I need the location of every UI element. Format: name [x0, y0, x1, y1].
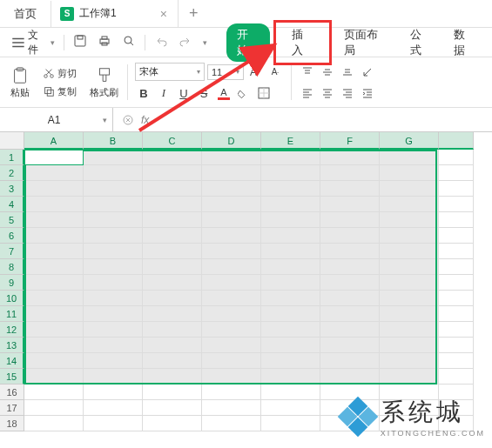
cell[interactable] [202, 416, 261, 431]
select-all-corner[interactable] [0, 132, 24, 150]
cell[interactable] [202, 338, 261, 353]
cell[interactable] [84, 400, 143, 416]
cell[interactable] [24, 306, 84, 322]
cell[interactable] [261, 228, 320, 244]
cell[interactable] [143, 306, 202, 322]
cell[interactable] [261, 306, 320, 322]
cell[interactable] [261, 322, 320, 338]
cell[interactable] [380, 338, 439, 353]
cell[interactable] [143, 338, 202, 353]
cell[interactable] [261, 165, 320, 181]
cell[interactable] [24, 228, 84, 244]
bold-button[interactable]: B [135, 84, 152, 102]
cell[interactable] [143, 322, 202, 338]
row-header[interactable]: 8 [0, 259, 24, 275]
copy-button[interactable]: 复制 [40, 84, 79, 100]
cell[interactable] [320, 228, 380, 244]
cell[interactable] [24, 275, 84, 291]
strike-button[interactable]: S [195, 84, 212, 102]
tab-page-layout[interactable]: 页面布局 [335, 23, 398, 62]
cell[interactable] [439, 322, 474, 338]
cell[interactable] [24, 197, 84, 212]
row-header[interactable]: 17 [0, 400, 24, 416]
cell[interactable] [202, 259, 261, 275]
cell[interactable] [320, 165, 380, 181]
cell[interactable] [24, 384, 84, 400]
cell[interactable] [261, 369, 320, 384]
cell[interactable] [261, 400, 320, 416]
row-header[interactable]: 11 [0, 306, 24, 322]
cell[interactable] [143, 369, 202, 384]
cell[interactable] [439, 165, 474, 181]
cell[interactable] [24, 259, 84, 275]
row-header[interactable]: 15 [0, 369, 24, 384]
row-header[interactable]: 4 [0, 197, 24, 212]
column-header[interactable] [439, 132, 474, 150]
cell[interactable] [202, 322, 261, 338]
cell[interactable] [24, 212, 84, 228]
cell[interactable] [202, 197, 261, 212]
tab-start[interactable]: 开始 [226, 23, 270, 62]
cell[interactable] [261, 197, 320, 212]
paste-group[interactable]: 粘贴 [5, 61, 35, 104]
preview-icon[interactable] [118, 31, 139, 53]
cell[interactable] [143, 259, 202, 275]
cell[interactable] [202, 306, 261, 322]
cell[interactable] [261, 384, 320, 400]
cell[interactable] [24, 338, 84, 353]
cell[interactable] [143, 197, 202, 212]
row-header[interactable]: 6 [0, 228, 24, 244]
column-header[interactable]: G [380, 132, 439, 150]
cell[interactable] [439, 259, 474, 275]
cell[interactable] [320, 212, 380, 228]
underline-button[interactable]: U [175, 84, 192, 102]
cell[interactable] [84, 416, 143, 431]
dropdown-icon[interactable]: ▾ [199, 36, 211, 50]
cell[interactable] [380, 228, 439, 244]
cell[interactable] [202, 369, 261, 384]
cell[interactable] [143, 384, 202, 400]
cell[interactable] [84, 181, 143, 197]
border-button[interactable] [255, 84, 273, 102]
cell[interactable] [84, 150, 143, 165]
cell[interactable] [202, 291, 261, 306]
align-right-icon[interactable] [339, 84, 356, 102]
cell[interactable] [143, 400, 202, 416]
cell[interactable] [84, 338, 143, 353]
cell[interactable] [261, 181, 320, 197]
cell[interactable] [202, 244, 261, 259]
cell[interactable] [202, 228, 261, 244]
row-header[interactable]: 7 [0, 244, 24, 259]
cell[interactable] [261, 275, 320, 291]
cell[interactable] [320, 338, 380, 353]
cell[interactable] [439, 150, 474, 165]
cell[interactable] [143, 228, 202, 244]
cell[interactable] [84, 228, 143, 244]
fill-color-button[interactable] [235, 84, 253, 102]
cell[interactable] [380, 259, 439, 275]
cell[interactable] [202, 353, 261, 369]
cell[interactable] [320, 181, 380, 197]
cell[interactable] [24, 165, 84, 181]
cell[interactable] [320, 353, 380, 369]
italic-button[interactable]: I [155, 84, 172, 102]
cell[interactable] [84, 353, 143, 369]
cell[interactable] [143, 212, 202, 228]
format-painter-group[interactable]: 格式刷 [84, 61, 124, 104]
cell[interactable] [320, 322, 380, 338]
row-header[interactable]: 2 [0, 165, 24, 181]
close-tab-icon[interactable]: × [157, 7, 171, 21]
cell[interactable] [380, 212, 439, 228]
orientation-icon[interactable] [359, 64, 376, 81]
row-header[interactable]: 12 [0, 322, 24, 338]
cancel-icon[interactable] [122, 114, 134, 126]
cell[interactable] [380, 369, 439, 384]
print-icon[interactable] [94, 31, 115, 53]
cell[interactable] [320, 197, 380, 212]
align-middle-icon[interactable] [319, 64, 336, 81]
font-size-select[interactable]: 11▾ [207, 64, 244, 80]
cut-button[interactable]: 剪切 [40, 65, 79, 82]
cell[interactable] [202, 181, 261, 197]
cell[interactable] [380, 181, 439, 197]
cell[interactable] [320, 369, 380, 384]
